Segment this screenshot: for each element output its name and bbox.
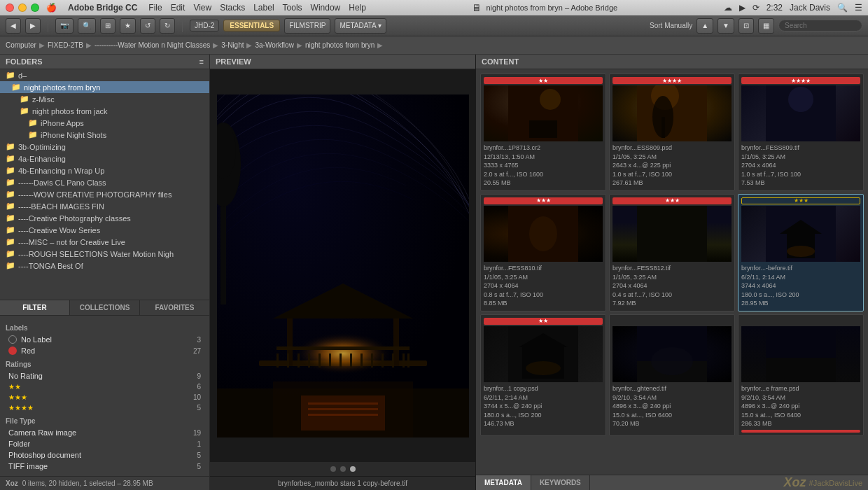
folder-z-misc[interactable]: 📁 z-Misc <box>0 93 209 105</box>
breadcrumb-water-motion[interactable]: ----------Water Motion n Night Classes <box>94 41 210 49</box>
preview-dot-1[interactable] <box>330 466 336 472</box>
menu-tools[interactable]: Tools <box>283 3 302 13</box>
preview-dot-3[interactable] <box>350 466 356 472</box>
filter-no-label[interactable]: No Label 3 <box>6 334 204 345</box>
back-button[interactable]: ◀ <box>6 18 21 34</box>
sort-desc-button[interactable]: ▼ <box>718 18 734 34</box>
folder-iphone-night[interactable]: 📁 iPhone Night Shots <box>0 129 209 141</box>
filter-three-stars[interactable]: ★★★ 10 <box>6 392 204 402</box>
rotate-left-button[interactable]: ↺ <box>140 18 155 34</box>
red-label-icon <box>8 346 17 355</box>
folder-davis-pano[interactable]: 📁 ------Davis CL Pano Class <box>0 176 209 188</box>
content-panel: CONTENT ★★ brynfor...1P8713.cr2 12/13/13… <box>476 55 868 490</box>
folders-collapse-icon[interactable]: ≡ <box>200 57 204 66</box>
menu-stacks[interactable]: Stacks <box>220 3 245 13</box>
folder-night-photos-jack[interactable]: 📁 night photos from jack <box>0 105 209 117</box>
tab-favorites[interactable]: FAVORITES <box>140 300 209 315</box>
thumb-9[interactable]: brynfor...e frame.psd 9/2/10, 3:54 AM 48… <box>738 314 864 436</box>
forward-button[interactable]: ▶ <box>25 18 41 34</box>
metadata-button[interactable]: METADATA ▾ <box>335 18 386 34</box>
svg-rect-32 <box>529 120 557 138</box>
minimize-button[interactable] <box>18 4 27 12</box>
search-input[interactable] <box>778 20 862 31</box>
menu-label[interactable]: Label <box>253 3 274 13</box>
loupe-button[interactable]: 🔍 <box>78 18 96 34</box>
folder-label: 4b-Enhancing n Wrap Up <box>18 167 104 175</box>
filter-red[interactable]: Red 27 <box>6 345 204 356</box>
folders-title: FOLDERS <box>6 57 43 66</box>
star-button[interactable]: ★ <box>120 18 136 34</box>
thumb-4[interactable]: ★★★ brynfor...FESS810.tif 1/1/05, 3:25 A… <box>480 194 606 312</box>
four-stars-icon: ★★★★ <box>8 404 34 412</box>
filter-four-stars[interactable]: ★★★★ 5 <box>6 402 204 413</box>
folder-tonga[interactable]: 📁 ----TONGA Best Of <box>0 260 209 272</box>
folder-creative-wow[interactable]: 📁 ----Creative Wow Series <box>0 224 209 236</box>
folder-beach-images[interactable]: 📁 -----BEACH IMAGES FIN <box>0 200 209 212</box>
menu-help[interactable]: Help <box>349 3 366 13</box>
filter-camera-raw[interactable]: Camera Raw image 19 <box>6 427 204 438</box>
breadcrumb-computer[interactable]: Computer <box>6 41 36 49</box>
folder-3b-optimizing[interactable]: 📁 3b-Optimizing <box>0 141 209 153</box>
window-controls[interactable] <box>6 4 39 12</box>
search-icon[interactable]: 🔍 <box>837 3 848 13</box>
folder-wow-creative[interactable]: 📁 ------WOW CREATIVE PHOTOGRAPHY files <box>0 188 209 200</box>
filter-tiff[interactable]: TIFF image 5 <box>6 461 204 472</box>
folder-creative-photography[interactable]: 📁 ----Creative Photography classes <box>0 212 209 224</box>
app-logo: 🍎 <box>46 3 57 13</box>
workspace-badge[interactable]: JHD-2 <box>190 20 219 31</box>
thumb-1[interactable]: ★★ brynfor...1P8713.cr2 12/13/13, 1:50 A… <box>480 74 606 191</box>
essentials-button[interactable]: ESSENTIALS <box>223 20 280 31</box>
menu-file[interactable]: File <box>148 3 162 13</box>
folder-d[interactable]: 📁 d– <box>0 69 209 81</box>
menu-view[interactable]: View <box>193 3 211 13</box>
svg-point-49 <box>526 361 561 375</box>
folder-4b-enhancing-wrap[interactable]: 📁 4b-Enhancing n Wrap Up <box>0 164 209 176</box>
thumb-7[interactable]: ★★ brynfor...1 copy.psd 6/2/11, 2:14 AM … <box>480 314 606 436</box>
thumb-3[interactable]: ★★★★ brynfor...FESS809.tif 1/1/05, 3:25 … <box>738 74 864 191</box>
tab-filter[interactable]: FILTER <box>0 300 70 315</box>
filter-no-rating[interactable]: No Rating 9 <box>6 370 204 382</box>
camera-raw-count: 19 <box>193 429 201 437</box>
thumb-5[interactable]: ★★★ brynfor...FESS812.tif 1/1/05, 3:25 A… <box>609 194 735 312</box>
folder-4a-enhancing[interactable]: 📁 4a-Enhancing <box>0 153 209 164</box>
thumb-6[interactable]: ★★★ brynfor...-before.tif 6/2/11, 2:14 A… <box>738 194 864 312</box>
tab-collections[interactable]: COLLECTIONS <box>70 300 140 315</box>
svg-rect-6 <box>393 318 399 366</box>
thumb-2[interactable]: ★★★★ brynfor...ESS809.psd 1/1/05, 3:25 A… <box>609 74 735 191</box>
panel-button[interactable]: ▦ <box>758 18 774 34</box>
folders-header: FOLDERS ≡ <box>0 55 209 69</box>
menu-edit[interactable]: Edit <box>171 3 186 13</box>
two-stars-icon: ★★ <box>8 383 21 391</box>
folder-night-photos-bryn[interactable]: 📁 night photos from bryn <box>0 81 209 93</box>
tab-keywords[interactable]: KEYWORDS <box>531 475 590 490</box>
filmstrip-button[interactable]: FILMSTRIP <box>284 18 330 34</box>
breadcrumb-night-photos[interactable]: night photos from bryn <box>305 41 375 49</box>
menu-icon[interactable]: ☰ <box>855 3 862 13</box>
breadcrumb-3a-workflow[interactable]: 3a-Workflow <box>255 41 293 49</box>
thumb-image-2 <box>612 85 732 141</box>
photoshop-count: 5 <box>197 451 201 459</box>
filter-two-stars[interactable]: ★★ 6 <box>6 382 204 392</box>
svg-rect-26 <box>301 396 385 430</box>
thumb-image-5 <box>612 206 732 262</box>
close-button[interactable] <box>6 4 14 12</box>
compare-button[interactable]: ⊞ <box>100 18 115 34</box>
rotate-right-button[interactable]: ↻ <box>160 18 175 34</box>
folder-rough-selections[interactable]: 📁 ----ROUGH SELECTIONS Water Motion Nigh <box>0 248 209 260</box>
folder-label: ----Creative Wow Series <box>18 226 100 234</box>
filter-content: Labels No Label 3 Red 27 Ratings No Rati… <box>0 316 209 476</box>
breadcrumb-fixed2tb[interactable]: FIXED-2TB <box>48 41 83 49</box>
folder-iphone-apps[interactable]: 📁 iPhone Apps <box>0 117 209 129</box>
camera-button[interactable]: 📷 <box>55 18 74 34</box>
tab-metadata[interactable]: METADATA <box>476 475 531 490</box>
view-options-button[interactable]: ⊡ <box>738 18 754 34</box>
filter-photoshop[interactable]: Photoshop document 5 <box>6 449 204 461</box>
folder-misc-not-creative[interactable]: 📁 ----MISC – not for Creative Live <box>0 236 209 248</box>
sort-asc-button[interactable]: ▲ <box>696 18 713 34</box>
filter-folder[interactable]: Folder 1 <box>6 438 204 449</box>
breadcrumb-3night[interactable]: 3-Night <box>221 41 244 49</box>
preview-dot-2[interactable] <box>340 466 346 472</box>
menu-window[interactable]: Window <box>311 3 341 13</box>
maximize-button[interactable] <box>31 4 39 12</box>
thumb-8[interactable]: brynfor...ghtened.tif 9/2/10, 3:54 AM 48… <box>609 314 735 436</box>
